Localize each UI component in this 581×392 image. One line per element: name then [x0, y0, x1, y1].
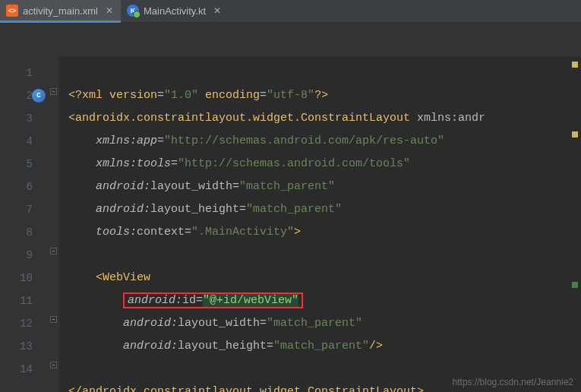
- code-area[interactable]: <?xml version="1.0" encoding="utf-8"?> <…: [59, 57, 581, 392]
- tab-activity-main-xml[interactable]: activity_main.xml ✕: [0, 0, 121, 22]
- class-icon[interactable]: C: [32, 89, 46, 103]
- line-number-gutter: 1 2 3 4 5 6 7 8 9 10 11 12 13 14 C: [0, 57, 59, 392]
- code-line: android:layout_width="match_parent": [68, 180, 335, 193]
- line-number: 11: [5, 289, 33, 312]
- kotlin-file-icon: [127, 5, 139, 17]
- xml-file-icon: [6, 5, 18, 17]
- line-number: 2: [5, 84, 33, 107]
- warning-stripe[interactable]: [572, 62, 578, 68]
- line-number: 9: [5, 244, 33, 267]
- fold-toggle-icon[interactable]: [50, 316, 57, 323]
- code-line: <?xml version="1.0" encoding="utf-8"?>: [68, 89, 328, 102]
- line-number: 4: [5, 130, 33, 153]
- warning-stripe[interactable]: [572, 131, 578, 138]
- code-line: xmlns:app="http://schemas.android.com/ap…: [68, 134, 444, 147]
- code-line: </androidx.constraintlayout.widget.Const…: [68, 385, 424, 392]
- close-icon[interactable]: ✕: [103, 5, 113, 16]
- ok-stripe[interactable]: [572, 282, 578, 288]
- code-line: <androidx.constraintlayout.widget.Constr…: [68, 112, 485, 125]
- fold-toggle-icon[interactable]: [50, 362, 57, 368]
- line-number: 12: [5, 312, 33, 335]
- line-number: 6: [5, 175, 33, 198]
- code-line: android:layout_width="match_parent": [68, 317, 362, 330]
- code-line: tools:context=".MainActivity">: [68, 226, 301, 239]
- line-number: 14: [5, 358, 33, 381]
- line-number: 5: [5, 153, 33, 175]
- code-line: android:id="@+id/webView": [68, 292, 303, 308]
- code-line: xmlns:tools="http://schemas.android.com/…: [68, 157, 410, 170]
- close-icon[interactable]: ✕: [210, 5, 221, 16]
- fold-toggle-icon[interactable]: [50, 88, 57, 95]
- line-number: 7: [5, 198, 33, 221]
- editor-toolbar-strip: [0, 23, 581, 57]
- line-number: 1: [5, 62, 33, 84]
- highlight-box: android:id="@+id/webView": [123, 292, 303, 308]
- tab-bar: activity_main.xml ✕ MainActivity.kt ✕: [0, 0, 581, 23]
- tab-main-activity-kt[interactable]: MainActivity.kt ✕: [121, 0, 229, 22]
- line-number: 8: [5, 221, 33, 244]
- line-number: 13: [5, 335, 33, 358]
- code-line: android:layout_height="match_parent"/>: [68, 340, 383, 352]
- code-editor[interactable]: 1 2 3 4 5 6 7 8 9 10 11 12 13 14 C <?xml…: [0, 57, 581, 392]
- code-line: android:layout_height="match_parent": [68, 203, 342, 216]
- tab-label: MainActivity.kt: [144, 5, 206, 17]
- code-line: <WebView: [68, 271, 150, 284]
- line-number: 10: [5, 267, 33, 289]
- fold-toggle-icon[interactable]: [50, 248, 57, 254]
- line-number: 3: [5, 107, 33, 130]
- tab-label: activity_main.xml: [23, 5, 98, 17]
